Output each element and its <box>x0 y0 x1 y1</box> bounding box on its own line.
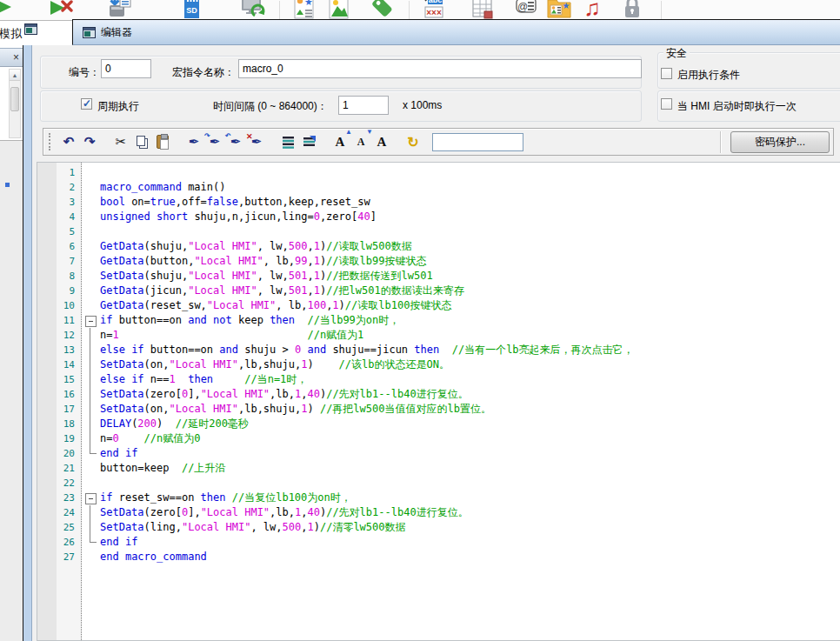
enable-condition-checkbox[interactable] <box>661 68 672 79</box>
vertical-scrollbar[interactable]: ▲ <box>9 69 21 138</box>
report-table-icon[interactable] <box>470 0 496 21</box>
string-table-icon[interactable]: abc××× <box>422 0 448 21</box>
code-text: GetData(reset_sw,"Local HMI", lb,100,1)/… <box>100 298 451 313</box>
svg-text:abc: abc <box>429 0 443 4</box>
simulate-stop-icon[interactable] <box>48 0 74 21</box>
code-line: 4unsigned short shuju,n,jicun,ling=0,zer… <box>37 210 840 224</box>
fold-marker-icon[interactable] <box>82 313 100 328</box>
sound-library-icon[interactable]: ♫ <box>579 0 605 21</box>
background-partial-label: 线模拟 <box>0 26 22 42</box>
code-text: SetData(zero[0],"Local HMI",lb,1,40)//先对… <box>100 387 469 402</box>
address-tag-icon[interactable]: @ <box>513 0 539 21</box>
line-number: 21 <box>37 461 82 476</box>
code-line: 27end macro_command <box>37 550 840 564</box>
line-number: 17 <box>37 402 82 417</box>
macro-id-label: 编号： <box>69 65 100 80</box>
font-icon[interactable]: A <box>371 131 392 152</box>
password-protect-button[interactable]: 密码保护... <box>730 131 830 153</box>
cut-icon[interactable]: ✂ <box>110 131 131 152</box>
undo-icon[interactable]: ↶ <box>58 131 79 152</box>
line-number: 13 <box>37 343 82 357</box>
macro-name-input[interactable] <box>238 59 642 78</box>
interval-input[interactable] <box>338 96 389 115</box>
code-text: end macro_command <box>100 550 207 564</box>
paste-icon[interactable] <box>152 131 173 152</box>
line-number: 18 <box>37 417 82 431</box>
fold-margin <box>82 446 100 461</box>
fold-margin <box>82 357 100 372</box>
screen: SD ★ abc××× @ ★ ♫ 线模拟 × <box>0 0 840 641</box>
interval-unit-label: x 100ms <box>403 99 442 111</box>
toolbar-separator <box>661 1 662 19</box>
startup-label: 当 HMI 启动时即执行一次 <box>677 99 797 114</box>
line-number: 14 <box>37 357 82 372</box>
dialog-title: 编辑器 <box>101 25 132 40</box>
toolbar-grip[interactable] <box>49 133 51 150</box>
startup-checkbox[interactable] <box>661 98 672 110</box>
download-icon[interactable] <box>107 0 133 21</box>
svg-text:★: ★ <box>304 0 313 7</box>
dialog-icon <box>83 27 96 38</box>
toolbar-separator <box>279 1 280 19</box>
code-text: if button==on and not keep then //当lb99为… <box>100 313 399 328</box>
fold-margin <box>82 328 100 343</box>
copy-icon[interactable] <box>131 131 152 152</box>
fold-margin <box>82 372 100 387</box>
code-line: 6GetData(shuju,"Local HMI", lw,500,1)//读… <box>37 239 840 254</box>
code-text: macro_command main() <box>100 180 226 195</box>
code-text: SetData(ling,"Local HMI", lw,500,1)//清零l… <box>100 520 406 535</box>
line-number: 10 <box>37 298 82 313</box>
group-library-icon[interactable]: ★ <box>546 0 572 21</box>
bookmark-toggle-icon[interactable]: ✒ <box>183 131 204 152</box>
periodic-checkbox[interactable] <box>81 98 92 110</box>
scrollbar-thumb[interactable] <box>10 87 19 111</box>
bookmark-clear-icon[interactable]: ✒✕ <box>246 131 267 152</box>
code-text: bool on=true,off=false,button,keep,reset… <box>100 195 370 210</box>
svg-text:♫: ♫ <box>583 0 601 20</box>
code-line: 22 <box>37 476 840 491</box>
indent-list-icon[interactable] <box>277 131 298 152</box>
macro-id-input[interactable] <box>101 59 151 78</box>
close-icon[interactable]: × <box>13 51 19 63</box>
screen-refresh-icon[interactable] <box>240 0 266 21</box>
code-text: SetData(shuju,"Local HMI", lw,501,1)//把数… <box>100 269 433 284</box>
fold-marker-icon[interactable] <box>82 491 100 505</box>
sd-card-icon[interactable]: SD <box>178 0 204 21</box>
macro-code-editor[interactable]: 12macro_command main()3bool on=true,off=… <box>37 162 840 641</box>
fold-margin <box>82 520 100 535</box>
fold-margin <box>82 431 100 446</box>
line-number: 27 <box>37 550 82 564</box>
macro-name-label: 宏指令名称： <box>172 65 235 80</box>
code-line: 9GetData(jicun,"Local HMI", lw,501,1)//把… <box>37 284 840 298</box>
font-increase-icon[interactable]: A▲ <box>330 131 350 152</box>
photo-album-icon[interactable]: ★ <box>291 0 317 21</box>
svg-text:SD: SD <box>186 6 197 15</box>
redo-icon[interactable]: ↷ <box>79 131 100 152</box>
fold-margin <box>82 461 100 476</box>
font-decrease-icon[interactable]: A▼ <box>350 131 371 152</box>
dialog-titlebar[interactable]: 编辑器 <box>72 19 840 45</box>
picture-icon[interactable] <box>326 0 352 21</box>
scroll-up-icon[interactable]: ▲ <box>10 70 20 81</box>
svg-text:@: @ <box>517 1 528 13</box>
line-number: 11 <box>37 313 82 328</box>
bookmark-next-icon[interactable]: ✒↷ <box>204 131 225 152</box>
macro-search-input[interactable] <box>432 133 523 151</box>
line-number: 7 <box>37 254 82 269</box>
find-icon[interactable]: ↻ <box>403 131 423 152</box>
line-number: 4 <box>37 210 82 224</box>
outdent-list-icon[interactable] <box>298 131 319 152</box>
code-line: 8SetData(shuju,"Local HMI", lw,501,1)//把… <box>37 269 840 284</box>
label-tag-icon[interactable] <box>369 0 395 21</box>
fold-margin <box>82 180 100 195</box>
line-number: 2 <box>37 180 82 195</box>
enable-condition-label: 启用执行条件 <box>677 68 740 83</box>
dialog-frame <box>23 45 32 641</box>
security-lock-icon[interactable] <box>619 0 645 21</box>
fold-margin <box>82 224 100 239</box>
run-partial-icon[interactable] <box>0 0 16 21</box>
bookmark-prev-icon[interactable]: ✒↶ <box>225 131 246 152</box>
line-number: 19 <box>37 431 82 446</box>
code-text: else if button==on and shuju > 0 and shu… <box>100 343 634 357</box>
fold-margin <box>82 210 100 224</box>
